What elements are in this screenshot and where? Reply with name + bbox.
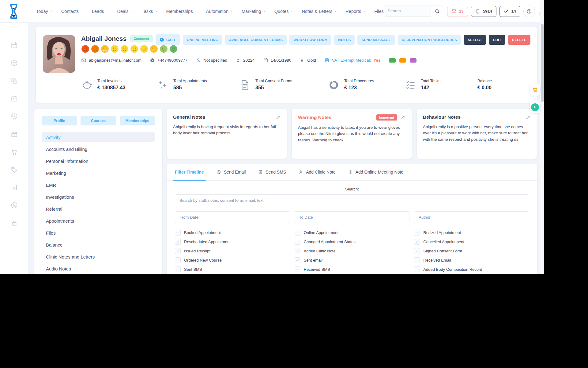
gift-icon[interactable] — [10, 130, 18, 138]
mood-face-icon[interactable] — [81, 45, 89, 53]
sidebar-item-accounts-and-billing[interactable]: Accounts and Billing — [42, 144, 155, 154]
nav-item-files[interactable]: Files — [374, 9, 384, 14]
support-icon[interactable] — [10, 201, 18, 209]
filter-checkbox-signed-consent-form[interactable]: Signed Consent Form — [414, 248, 529, 254]
mood-face-icon[interactable] — [111, 45, 119, 53]
appointments-icon[interactable] — [10, 95, 18, 102]
calendar-icon[interactable] — [10, 41, 18, 49]
edit-note-pencil-icon[interactable] — [526, 115, 531, 120]
nav-item-tasks[interactable]: Tasks — [142, 9, 158, 14]
nav-item-contacts[interactable]: Contacts — [61, 9, 84, 14]
tab-memberships[interactable]: Memberships — [120, 116, 155, 125]
mood-face-icon[interactable] — [169, 45, 178, 53]
author-input[interactable] — [414, 211, 529, 223]
timeline-tab-send-sms[interactable]: Send SMS — [258, 164, 286, 180]
sidebar-item-clinic-notes-and-letters[interactable]: Clinic Notes and Letters — [42, 252, 155, 262]
timeline-tab-add-online-meeting-note[interactable]: Add Online Meeting Note — [348, 164, 403, 180]
lock-icon[interactable] — [10, 219, 18, 227]
send-message-button[interactable]: SEND MESSAGE — [357, 35, 395, 45]
mood-face-icon[interactable] — [130, 45, 138, 53]
filter-checkbox-issued-receipt[interactable]: Issued Receipt — [175, 248, 290, 254]
sidebar-item-referral[interactable]: Referral — [42, 204, 155, 214]
nav-item-quotes[interactable]: Quotes — [274, 9, 294, 14]
reports-icon[interactable] — [10, 184, 18, 191]
timeline-search-input[interactable] — [175, 194, 529, 206]
filter-checkbox-cancelled-appointment[interactable]: Cancelled Appointment — [414, 239, 529, 245]
sidebar-item-emr[interactable]: EMR — [42, 180, 155, 190]
nav-item-today[interactable]: Today — [36, 9, 53, 14]
nav-item-automation[interactable]: Automation — [206, 9, 233, 14]
filter-checkbox-received-sms[interactable]: Received SMS — [295, 266, 410, 272]
search-input[interactable] — [384, 6, 431, 17]
timeline-tab-filter-timeline[interactable]: Filter Timeline — [175, 164, 204, 180]
filter-checkbox-changed-appointment-status[interactable]: Changed Appointment Status — [295, 239, 410, 245]
mood-face-icon[interactable] — [120, 45, 129, 53]
sidebar-item-investigations[interactable]: Investigations — [42, 192, 155, 202]
timeline-tab-add-clinic-note[interactable]: Add Clinic Note — [298, 164, 336, 180]
nav-item-deals[interactable]: Deals — [117, 9, 133, 14]
sidebar-item-appointments[interactable]: Appointments — [42, 216, 155, 226]
edit-note-pencil-icon[interactable] — [401, 115, 406, 120]
call-float-button[interactable] — [530, 101, 540, 113]
rejuvenation-procedures-button[interactable]: REJUVENATION PROCEDURES — [398, 35, 461, 45]
filter-checkbox-booked-appointment[interactable]: Booked Appointment — [175, 230, 290, 236]
mood-face-icon[interactable] — [160, 45, 168, 53]
cart-float-button[interactable] — [530, 83, 540, 96]
sidebar-item-files[interactable]: Files — [42, 228, 155, 238]
nav-item-reports[interactable]: Reports — [345, 9, 366, 14]
category-swatch[interactable] — [399, 58, 406, 63]
nav-item-leads[interactable]: Leads — [92, 9, 109, 14]
help-button[interactable] — [523, 6, 535, 17]
sidebar-item-marketing[interactable]: Marketing — [42, 168, 155, 178]
filter-checkbox-added-clinic-note[interactable]: Added Clinic Note — [295, 248, 410, 254]
sidebar-item-balance[interactable]: Balance — [42, 240, 155, 250]
category-swatch[interactable] — [410, 58, 417, 63]
sidebar-item-personal-information[interactable]: Personal Information — [42, 156, 155, 166]
edit-button[interactable]: EDIT — [489, 35, 505, 45]
from-date-input[interactable] — [175, 211, 290, 223]
nav-item-memberships[interactable]: Memberships — [166, 9, 198, 14]
patient-photo[interactable] — [43, 35, 75, 73]
discount-tag-icon[interactable] — [10, 166, 18, 174]
category-swatch[interactable] — [389, 58, 396, 63]
filter-checkbox-received-email[interactable]: Received Email — [414, 257, 529, 263]
notes-button[interactable]: NOTES — [334, 35, 355, 45]
search-icon[interactable] — [431, 6, 444, 17]
edit-note-pencil-icon[interactable] — [276, 115, 281, 120]
scrollbar-thumb[interactable] — [541, 24, 544, 102]
filter-checkbox-added-body-composition-record[interactable]: Added Body Composition Record — [414, 266, 529, 272]
mood-face-icon[interactable] — [101, 45, 109, 53]
call-button[interactable]: CALL — [156, 34, 180, 45]
page-scrollbar[interactable] — [540, 0, 544, 274]
cart-icon[interactable] — [10, 148, 18, 156]
box-icon[interactable] — [10, 59, 18, 67]
filter-checkbox-rescheduled-appointment[interactable]: Rescheduled Appointment — [175, 239, 290, 245]
online-meeting-button[interactable]: ONLINE MEETING — [183, 35, 222, 45]
contact-vat-exempt-medical[interactable]: VAT Exempt Medical:Yes — [324, 58, 381, 63]
nav-item-marketing[interactable]: Marketing — [242, 9, 266, 14]
messages-badge[interactable]: 13 — [447, 6, 468, 17]
app-logo-icon[interactable] — [7, 3, 21, 20]
timeline-tab-send-email[interactable]: Send Email — [216, 164, 246, 180]
select-button[interactable]: SELECT — [464, 35, 486, 45]
tasks-done-badge[interactable]: 14 — [499, 6, 520, 17]
tab-profile[interactable]: Profile — [42, 116, 77, 125]
filter-checkbox-sent-sms[interactable]: Sent SMS — [175, 266, 290, 272]
sms-credits-badge[interactable]: 5914 — [471, 6, 496, 17]
nav-item-notes-letters[interactable]: Notes & Letters — [302, 9, 337, 14]
to-date-input[interactable] — [295, 211, 410, 223]
mood-face-icon[interactable] — [91, 45, 99, 53]
workflow-form-button[interactable]: WORKFLOW FORM — [289, 35, 331, 45]
tab-courses[interactable]: Courses — [81, 116, 116, 125]
filter-checkbox-online-appointment[interactable]: Online Appointment — [295, 230, 410, 236]
copy-icon[interactable] — [10, 77, 18, 85]
mood-face-icon[interactable] — [140, 45, 148, 53]
sidebar-item-activity[interactable]: Activity — [42, 132, 155, 142]
filter-checkbox-resized-appointment[interactable]: Resized Appointment — [414, 230, 529, 236]
filter-checkbox-sent-email[interactable]: Sent email — [295, 257, 410, 263]
delete-button[interactable]: DELETE — [508, 35, 530, 45]
available-consent-forms-button[interactable]: AVAILABLE CONSENT FORMS — [225, 35, 287, 45]
sidebar-item-audio-notes[interactable]: Audio Notes — [42, 264, 155, 274]
mood-face-icon[interactable] — [150, 45, 158, 53]
history-icon[interactable] — [10, 113, 18, 120]
